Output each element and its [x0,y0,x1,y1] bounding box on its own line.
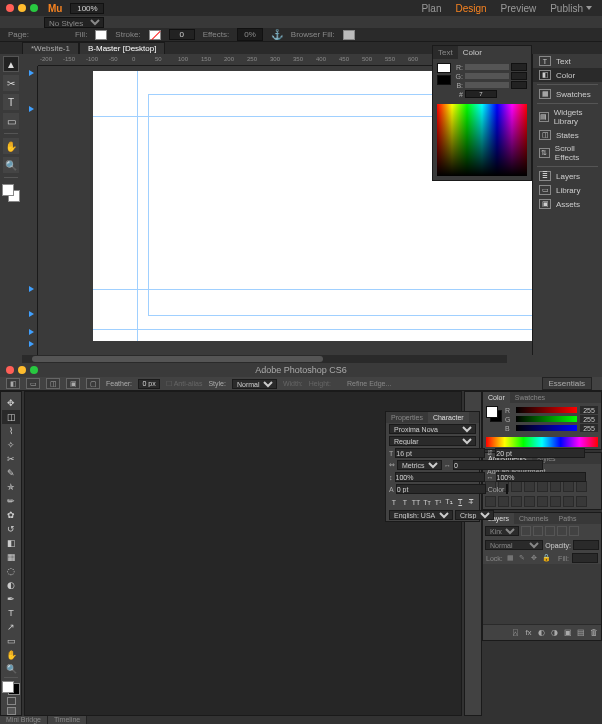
close-icon[interactable] [6,4,14,12]
font-weight-select[interactable]: Regular [389,436,476,446]
italic-icon[interactable]: T [400,497,410,507]
b-slider[interactable] [516,425,577,431]
rectangle-tool-icon[interactable]: ▭ [3,113,19,129]
shape-tool-icon[interactable]: ▭ [2,634,20,648]
trash-icon[interactable]: 🗑 [588,627,599,638]
adj-btn-icon[interactable] [550,496,561,507]
zoom-icon[interactable] [30,4,38,12]
adj-btn-icon[interactable] [485,496,496,507]
tab-swatches[interactable]: Swatches [510,392,550,403]
color-swatch-stack[interactable] [2,184,20,202]
tab-paths[interactable]: Paths [554,513,582,524]
tab-character[interactable]: Character [428,412,469,423]
blur-tool-icon[interactable]: ◌ [2,564,20,578]
tab-properties[interactable]: Properties [386,412,428,423]
tab-text[interactable]: Text [433,46,458,59]
tab-master[interactable]: B-Master [Desktop] [79,42,165,55]
aa-select[interactable]: Crisp [455,510,494,520]
lasso-tool-icon[interactable]: ⌇ [2,424,20,438]
underline-icon[interactable]: T̲ [455,497,465,507]
hand-tool-icon[interactable]: ✋ [3,138,19,154]
panel-widgets[interactable]: ▤Widgets Library [533,106,602,128]
panel-library[interactable]: ▭Library [533,183,602,197]
r-input[interactable] [580,406,598,414]
g-slider[interactable] [465,73,509,79]
color-picker[interactable] [437,104,527,176]
leading-input[interactable] [495,448,585,458]
adj-btn-icon[interactable] [537,481,548,492]
blend-mode[interactable]: Normal [485,540,543,550]
clone-tool-icon[interactable]: ✿ [2,508,20,522]
workspace-select[interactable]: Essentials [542,377,592,390]
super-icon[interactable]: T¹ [433,497,443,507]
pen-tool-icon[interactable]: ✒ [2,592,20,606]
type-tool-icon[interactable]: T [2,606,20,620]
lang-select[interactable]: English: USA [389,510,453,520]
path-tool-icon[interactable]: ↗ [2,620,20,634]
antialias-check[interactable]: ☐ Anti-alias [166,380,202,388]
stroke-swatch[interactable] [149,30,161,40]
filter-icon[interactable] [545,526,555,536]
group-icon[interactable]: ▣ [562,627,573,638]
g-input[interactable] [511,72,527,80]
smallcaps-icon[interactable]: Tт [422,497,432,507]
b-input[interactable] [511,81,527,89]
guide-handle-icon[interactable] [29,286,34,292]
fill-swatch[interactable] [95,30,107,40]
ruler-vertical[interactable] [22,66,38,355]
adj-btn-icon[interactable] [524,481,535,492]
filter-kind[interactable]: Kind [485,526,519,536]
minimize-icon[interactable] [18,366,26,374]
panel-layers[interactable]: ≣Layers [533,169,602,183]
eyedropper-tool-icon[interactable]: ✎ [2,466,20,480]
guide[interactable] [137,71,138,341]
selection-tool-icon[interactable]: ▲ [3,56,19,72]
mask-icon[interactable]: ◐ [536,627,547,638]
font-size-input[interactable] [395,448,485,458]
r-slider[interactable] [465,64,509,70]
b-input[interactable] [580,424,598,432]
dodge-tool-icon[interactable]: ◐ [2,578,20,592]
hand-tool-icon[interactable]: ✋ [2,648,20,662]
feather-input[interactable] [138,379,160,389]
panel-assets[interactable]: ▣Assets [533,197,602,211]
opacity-input[interactable] [573,540,599,550]
crop-tool-icon[interactable]: ✂ [2,452,20,466]
adj-btn-icon[interactable] [511,481,522,492]
hex-input[interactable] [465,90,497,98]
tab-channels[interactable]: Channels [514,513,554,524]
crop-tool-icon[interactable]: ✂ [3,75,19,91]
tracking-input[interactable] [453,460,543,470]
panel-scroll[interactable]: ⇅Scroll Effects [533,142,602,164]
filter-icon[interactable] [533,526,543,536]
guide-handle-icon[interactable] [29,70,34,76]
adj-btn-icon[interactable] [511,496,522,507]
timeline-tab[interactable]: Timeline [48,716,87,724]
stroke-input[interactable] [169,29,195,40]
tool-preset-icon[interactable]: ▭ [26,378,40,389]
zoom-tool-icon[interactable]: 🔍 [2,662,20,676]
eraser-tool-icon[interactable]: ◧ [2,536,20,550]
color-swatch-stack[interactable] [2,681,20,696]
refine-button[interactable]: Refine Edge... [347,380,391,387]
r-input[interactable] [511,63,527,71]
sub-sel-icon[interactable]: ▢ [86,378,100,389]
nav-publish[interactable]: Publish [550,3,592,14]
nav-preview[interactable]: Preview [501,3,537,14]
lock-pos-icon[interactable]: ✥ [530,554,539,563]
lock-pixel-icon[interactable]: ✎ [518,554,527,563]
adj-btn-icon[interactable] [576,481,587,492]
quickmask-icon[interactable] [7,697,16,705]
panel-color[interactable]: ◧Color [533,68,602,82]
fx-icon[interactable]: fx [523,627,534,638]
anchor-icon[interactable]: ⚓ [271,29,283,40]
history-brush-icon[interactable]: ↺ [2,522,20,536]
scrollbar-horizontal[interactable] [22,355,507,363]
kerning-select[interactable]: Metrics [397,460,442,470]
lock-all-icon[interactable]: 🔒 [542,554,551,563]
panel-swatches[interactable]: ▦Swatches [533,87,602,101]
hscale-input[interactable] [496,472,586,482]
lock-trans-icon[interactable]: ▦ [506,554,515,563]
fill-icon[interactable]: ◑ [549,627,560,638]
filter-icon[interactable] [557,526,567,536]
